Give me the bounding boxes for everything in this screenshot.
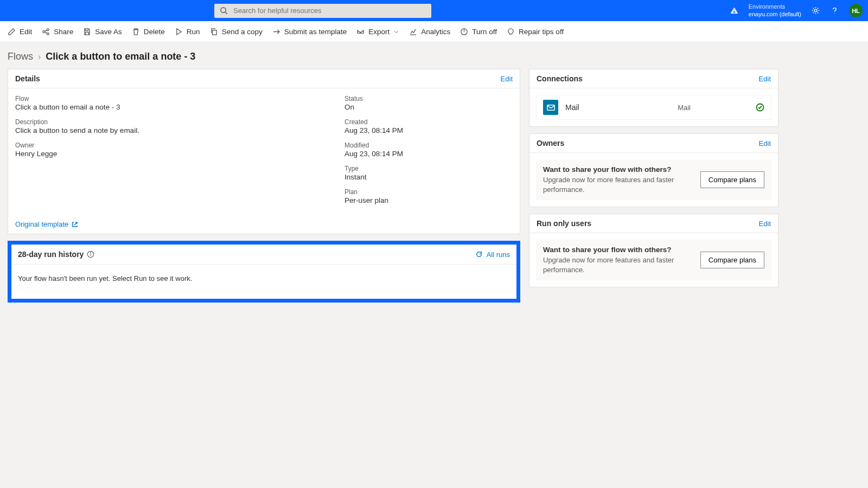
search-box[interactable] <box>214 4 431 18</box>
connections-card: Connections Edit Mail Mail <box>529 69 778 127</box>
top-bar: Environments enayu.com (default) HL <box>0 0 868 21</box>
submit-template-button[interactable]: Submit as template <box>272 28 347 36</box>
external-link-icon <box>72 221 78 228</box>
search-input[interactable] <box>233 7 426 15</box>
user-avatar[interactable]: HL <box>849 4 863 17</box>
share-button[interactable]: Share <box>42 28 73 36</box>
svg-line-7 <box>45 32 47 33</box>
run-only-promo: Want to share your flow with others? Upg… <box>536 240 771 280</box>
svg-point-5 <box>47 33 49 35</box>
delete-button[interactable]: Delete <box>132 28 165 36</box>
compare-plans-button[interactable]: Compare plans <box>700 252 764 268</box>
svg-rect-14 <box>547 105 554 110</box>
mail-icon <box>543 100 558 115</box>
owners-edit-link[interactable]: Edit <box>759 139 771 147</box>
analytics-button[interactable]: Analytics <box>409 28 450 36</box>
owners-card: Owners Edit Want to share your flow with… <box>529 133 778 207</box>
environment-picker[interactable]: Environments enayu.com (default) <box>749 3 801 18</box>
run-history-empty: Your flow hasn't been run yet. Select Ru… <box>11 265 516 299</box>
edit-button[interactable]: Edit <box>8 28 32 36</box>
repair-tips-button[interactable]: Repair tips off <box>507 28 564 36</box>
top-right: Environments enayu.com (default) HL <box>730 3 863 18</box>
run-only-users-card: Run only users Edit Want to share your f… <box>529 214 778 287</box>
run-history-title: 28-day run history <box>18 250 84 259</box>
env-icon <box>730 6 739 15</box>
svg-line-6 <box>45 30 47 31</box>
command-bar: Edit Share Save As Delete Run Send a cop… <box>0 21 868 42</box>
settings-icon[interactable] <box>811 6 820 15</box>
send-copy-button[interactable]: Send a copy <box>210 28 263 36</box>
check-circle-icon <box>756 103 764 112</box>
run-only-edit-link[interactable]: Edit <box>759 220 771 228</box>
info-icon[interactable] <box>87 251 94 258</box>
save-as-button[interactable]: Save As <box>83 28 122 36</box>
connection-row[interactable]: Mail Mail <box>536 95 771 120</box>
svg-rect-8 <box>212 30 216 34</box>
refresh-icon <box>475 251 483 258</box>
original-template-link[interactable]: Original template <box>8 217 85 234</box>
help-icon[interactable] <box>830 6 839 15</box>
connections-edit-link[interactable]: Edit <box>759 75 771 83</box>
details-title: Details <box>15 74 40 83</box>
run-history-highlight: 28-day run history All runs Your flow ha… <box>8 241 520 303</box>
chevron-right-icon: › <box>38 52 41 62</box>
breadcrumb: Flows › Click a button to email a note -… <box>0 42 868 69</box>
svg-point-13 <box>91 253 91 253</box>
turn-off-button[interactable]: Turn off <box>460 28 497 36</box>
export-button[interactable]: Export <box>356 28 399 36</box>
details-edit-link[interactable]: Edit <box>501 75 513 83</box>
all-runs-link[interactable]: All runs <box>475 251 510 259</box>
svg-line-1 <box>225 12 227 14</box>
svg-point-2 <box>814 9 817 12</box>
search-icon <box>220 7 228 15</box>
svg-point-4 <box>47 28 49 30</box>
svg-point-3 <box>43 30 45 33</box>
compare-plans-button[interactable]: Compare plans <box>700 171 764 188</box>
breadcrumb-current: Click a button to email a note - 3 <box>46 51 195 62</box>
run-button[interactable]: Run <box>175 28 200 36</box>
details-card: Details Edit FlowClick a button to email… <box>8 69 520 234</box>
owners-promo: Want to share your flow with others? Upg… <box>536 159 771 200</box>
svg-point-0 <box>221 8 226 12</box>
breadcrumb-flows[interactable]: Flows <box>8 51 33 62</box>
